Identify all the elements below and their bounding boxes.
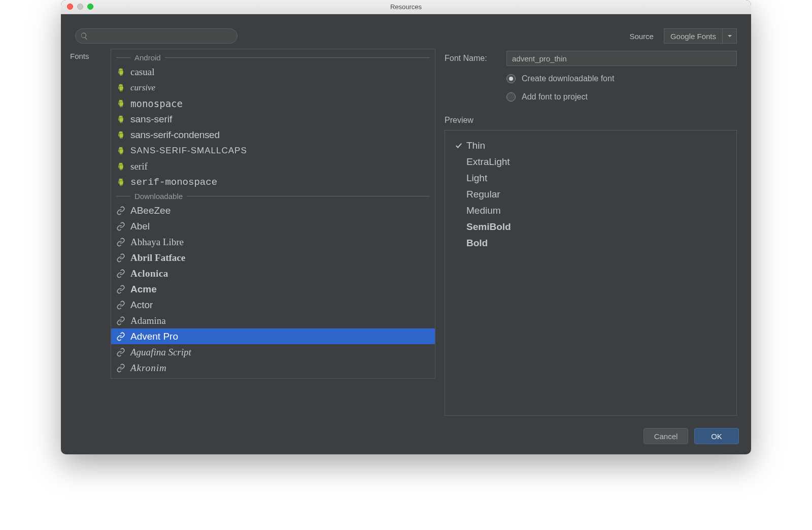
android-icon <box>116 100 125 108</box>
font-item-label: serif <box>130 161 148 172</box>
font-item[interactable]: serif-monospace <box>111 174 435 190</box>
font-item-label: Actor <box>130 300 153 311</box>
font-item[interactable]: Abel <box>111 218 435 234</box>
weight-row[interactable]: Bold <box>454 235 727 251</box>
link-icon <box>116 332 125 341</box>
font-item-label: Aguafina Script <box>130 347 191 358</box>
source-label: Source <box>629 32 654 41</box>
font-item[interactable]: cursive <box>111 80 435 95</box>
weight-label: Medium <box>466 205 501 216</box>
link-icon <box>116 253 125 262</box>
font-item-label: Abel <box>130 221 150 232</box>
font-item[interactable]: serif <box>111 158 435 174</box>
font-item-label: monospace <box>130 98 183 109</box>
weight-label: ExtraLight <box>466 156 510 168</box>
font-item-label: Adamina <box>130 315 166 326</box>
font-item[interactable]: ABeeZee <box>111 203 435 218</box>
source-dropdown[interactable]: Google Fonts <box>664 28 737 44</box>
weight-label: Bold <box>466 238 488 249</box>
android-icon <box>116 162 125 171</box>
font-item-label: serif-monospace <box>130 177 217 188</box>
weight-row[interactable]: Medium <box>454 203 727 219</box>
font-item[interactable]: Adamina <box>111 313 435 328</box>
font-item[interactable]: Akronim <box>111 360 435 376</box>
android-icon <box>116 147 125 155</box>
link-icon <box>116 222 125 231</box>
font-list[interactable]: Androidcasualcursivemonospacesans-serifs… <box>111 49 435 379</box>
font-item[interactable]: sans-serif-condensed <box>111 127 435 143</box>
font-item-label: sans-serif <box>130 114 172 125</box>
weight-row[interactable]: ExtraLight <box>454 154 727 170</box>
search-icon <box>80 32 88 40</box>
font-item-label: SANS-SERIF-SMALLCAPS <box>130 146 247 156</box>
weight-row[interactable]: Regular <box>454 186 727 203</box>
font-item[interactable]: sans-serif <box>111 111 435 127</box>
weight-label: Regular <box>466 189 500 200</box>
font-item-label: Abril Fatface <box>130 252 185 263</box>
font-item[interactable]: casual <box>111 64 435 80</box>
font-item[interactable]: monospace <box>111 95 435 111</box>
radio-label: Create downloadable font <box>522 74 614 83</box>
link-icon <box>116 363 125 373</box>
zoom-icon[interactable] <box>87 4 93 10</box>
search-input[interactable] <box>75 28 238 44</box>
titlebar: Resources <box>61 0 751 14</box>
weight-label: Light <box>466 173 487 184</box>
font-item-label: Aclonica <box>130 268 168 279</box>
weight-label: Thin <box>466 140 485 151</box>
close-icon[interactable] <box>67 4 73 10</box>
font-item-label: Akronim <box>130 362 167 374</box>
android-icon <box>116 115 125 123</box>
android-icon <box>116 178 125 186</box>
font-item-label: Advent Pro <box>130 331 178 342</box>
link-icon <box>116 269 125 278</box>
link-icon <box>116 348 125 357</box>
search-field <box>75 28 238 44</box>
chevron-down-icon <box>722 29 736 43</box>
cancel-button[interactable]: Cancel <box>644 428 688 444</box>
radio-icon <box>506 92 516 102</box>
font-name-label: Font Name: <box>445 54 500 63</box>
font-item[interactable]: Actor <box>111 297 435 313</box>
font-item-label: cursive <box>130 83 155 93</box>
radio-add-to-project[interactable]: Add font to project <box>506 92 737 102</box>
weight-label: SemiBold <box>466 221 511 233</box>
font-item[interactable]: Advent Pro <box>111 328 435 344</box>
fonts-section-label: Fonts <box>70 49 101 416</box>
font-item[interactable]: SANS-SERIF-SMALLCAPS <box>111 143 435 158</box>
weight-row[interactable]: SemiBold <box>454 219 727 235</box>
group-header: Downloadable <box>111 190 435 203</box>
font-item[interactable]: Abril Fatface <box>111 250 435 266</box>
link-icon <box>116 301 125 310</box>
font-item[interactable]: Aclonica <box>111 266 435 281</box>
preview-panel: ThinExtraLightLightRegularMediumSemiBold… <box>445 130 737 416</box>
font-item[interactable]: Acme <box>111 281 435 297</box>
font-item[interactable]: Aguafina Script <box>111 344 435 360</box>
group-header: Android <box>111 51 435 64</box>
font-item-label: Acme <box>130 284 157 295</box>
android-icon <box>116 84 125 92</box>
weight-row[interactable]: Light <box>454 170 727 186</box>
weight-row[interactable]: Thin <box>454 138 727 154</box>
radio-icon <box>506 74 516 83</box>
font-name-input[interactable] <box>506 51 737 66</box>
check-icon <box>454 142 463 149</box>
link-icon <box>116 206 125 215</box>
radio-label: Add font to project <box>522 92 588 102</box>
link-icon <box>116 316 125 325</box>
radio-create-downloadable[interactable]: Create downloadable font <box>506 74 737 83</box>
link-icon <box>116 238 125 247</box>
font-item-label: sans-serif-condensed <box>130 129 220 141</box>
font-item-label: ABeeZee <box>130 205 171 216</box>
font-item[interactable]: Abhaya Libre <box>111 234 435 250</box>
font-item-label: Abhaya Libre <box>130 237 184 248</box>
resources-dialog: Resources Source Google Fonts Fonts Andr… <box>61 0 751 454</box>
ok-button[interactable]: OK <box>694 428 739 444</box>
window-title: Resources <box>390 3 422 11</box>
window-controls <box>67 4 93 10</box>
android-icon <box>116 68 125 76</box>
preview-label: Preview <box>445 116 737 125</box>
link-icon <box>116 285 125 294</box>
minimize-icon[interactable] <box>77 4 83 10</box>
source-value: Google Fonts <box>664 32 722 41</box>
